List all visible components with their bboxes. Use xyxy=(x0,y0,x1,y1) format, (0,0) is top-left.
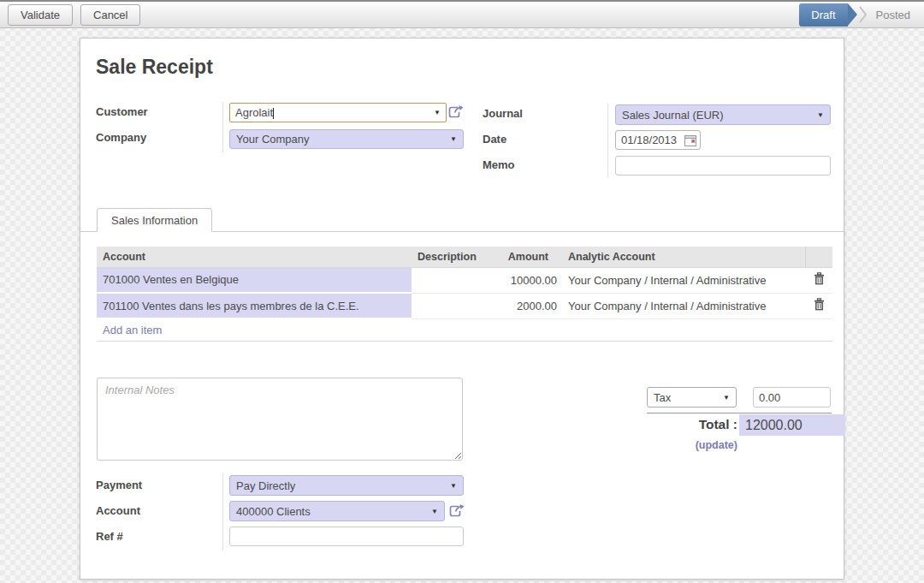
payment-select-value: Pay Directly xyxy=(236,479,295,492)
customer-input-value: Agrolait xyxy=(235,106,274,119)
add-an-item-link[interactable]: Add an item xyxy=(103,324,162,336)
memo-label: Memo xyxy=(483,158,515,171)
account-select[interactable]: 400000 Clients ▼ xyxy=(229,501,445,521)
trash-icon[interactable] xyxy=(814,272,825,285)
sale-receipt-form: Sale Receipt Customer Company Agrolait ▼… xyxy=(80,38,844,580)
journal-select[interactable]: Sales Journal (EUR) ▼ xyxy=(615,104,831,125)
status-draft: Draft xyxy=(799,3,847,27)
tax-select[interactable]: Tax ▼ xyxy=(647,387,737,408)
text-cursor xyxy=(273,108,274,119)
validate-button[interactable]: Validate xyxy=(8,4,73,26)
cell-amount[interactable]: 10000.00 xyxy=(489,267,562,293)
cancel-button[interactable]: Cancel xyxy=(80,4,140,26)
table-row: 701100 Ventes dans les pays membres de l… xyxy=(97,293,832,318)
column-header-account: Account xyxy=(97,247,412,267)
internal-notes-textarea[interactable] xyxy=(97,378,463,461)
status-draft-label: Draft xyxy=(811,9,835,21)
memo-input[interactable] xyxy=(615,156,831,175)
receipt-lines-table: Account Description Amount Analytic Acco… xyxy=(97,247,832,342)
ref-label: Ref # xyxy=(96,530,123,543)
date-input[interactable]: 01/18/2013 xyxy=(615,130,701,150)
external-link-icon[interactable] xyxy=(448,104,465,119)
cell-account[interactable]: 701100 Ventes dans les pays membres de l… xyxy=(97,293,412,318)
page-title: Sale Receipt xyxy=(96,56,213,79)
journal-select-value: Sales Journal (EUR) xyxy=(622,109,724,122)
column-header-description: Description xyxy=(412,247,489,267)
tab-sales-information-label: Sales Information xyxy=(111,214,198,227)
table-row: 701000 Ventes en Belgique 10000.00 Your … xyxy=(97,267,832,293)
add-item-row: Add an item xyxy=(97,318,832,341)
update-total-link[interactable]: (update) xyxy=(594,439,737,451)
status-arrow-tip xyxy=(848,3,857,26)
account-label: Account xyxy=(96,504,140,517)
external-link-icon[interactable] xyxy=(449,503,465,518)
cell-description[interactable] xyxy=(412,293,489,318)
cell-analytic-account[interactable]: Your Company / Internal / Administrative xyxy=(562,293,805,318)
company-select[interactable]: Your Company ▼ xyxy=(229,129,464,149)
cell-description[interactable] xyxy=(412,267,489,293)
totals-divider xyxy=(647,413,832,413)
dropdown-arrow-icon: ▼ xyxy=(450,482,457,490)
trash-icon[interactable] xyxy=(814,298,825,311)
account-select-value: 400000 Clients xyxy=(236,505,311,518)
column-header-analytic-account: Analytic Account xyxy=(562,247,805,267)
total-value: 12000.00 xyxy=(739,414,845,436)
journal-label: Journal xyxy=(483,107,523,120)
payment-select[interactable]: Pay Directly ▼ xyxy=(229,475,464,496)
company-label: Company xyxy=(96,131,146,144)
cell-amount[interactable]: 2000.00 xyxy=(489,293,562,318)
payment-label: Payment xyxy=(96,479,142,491)
column-header-delete xyxy=(805,247,832,267)
dropdown-arrow-icon: ▼ xyxy=(431,508,438,515)
customer-input[interactable]: Agrolait ▼ xyxy=(229,103,447,122)
tax-amount-input[interactable] xyxy=(753,387,831,408)
chevron-right-icon xyxy=(859,4,868,25)
company-select-value: Your Company xyxy=(236,133,310,146)
dropdown-arrow-icon: ▼ xyxy=(450,135,457,143)
field-separator xyxy=(222,473,223,550)
customer-label: Customer xyxy=(96,105,148,118)
calendar-icon[interactable] xyxy=(684,134,697,147)
dropdown-arrow-icon: ▼ xyxy=(817,111,824,119)
dropdown-arrow-icon[interactable]: ▼ xyxy=(434,109,441,116)
cell-account[interactable]: 701000 Ventes en Belgique xyxy=(97,267,412,293)
toolbar: Validate Cancel Draft Posted xyxy=(0,0,924,28)
status-posted: Posted xyxy=(868,3,921,27)
cell-analytic-account[interactable]: Your Company / Internal / Administrative xyxy=(562,267,805,293)
column-header-amount: Amount xyxy=(489,247,562,267)
field-separator xyxy=(222,102,223,152)
field-separator xyxy=(607,104,608,177)
dropdown-arrow-icon: ▼ xyxy=(723,394,730,402)
date-input-value: 01/18/2013 xyxy=(621,134,677,146)
total-label: Total : xyxy=(594,417,737,432)
ref-input[interactable] xyxy=(229,526,464,546)
tab-sales-information[interactable]: Sales Information xyxy=(97,208,212,232)
tax-select-value: Tax xyxy=(654,391,671,404)
status-bar: Draft Posted xyxy=(799,3,921,27)
date-label: Date xyxy=(483,133,506,146)
table-header-row: Account Description Amount Analytic Acco… xyxy=(97,247,832,267)
